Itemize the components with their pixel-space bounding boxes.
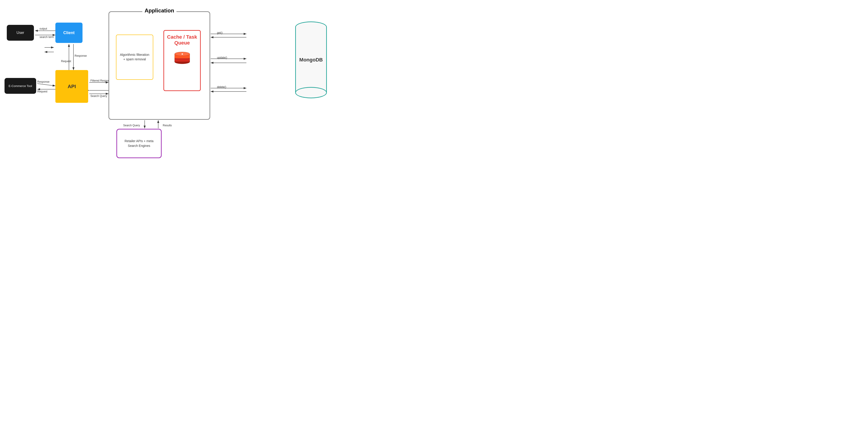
label-output: output <box>39 27 47 30</box>
api-label: API <box>68 84 76 90</box>
cache-label: Cache / Task Queue <box>164 34 200 46</box>
diagram-container: output search term Response Request Resp… <box>0 0 347 178</box>
mongodb-cylinder: MongoDB <box>295 22 327 98</box>
label-get: get() <box>217 31 223 34</box>
label-search-term: search term <box>39 35 54 39</box>
algo-node: Algorithmic filteration + spam removal <box>116 35 153 80</box>
svg-marker-1 <box>0 0 2 1</box>
label-request-ecommerce: Request <box>37 90 48 93</box>
label-search-query-api: Search Query <box>90 94 107 98</box>
mongodb-label: MongoDB <box>299 57 323 63</box>
svg-line-6 <box>37 84 55 86</box>
user-node: User <box>7 25 34 41</box>
ecommerce-label: E-Commerce Tool <box>8 84 32 88</box>
label-update: update() <box>217 56 227 59</box>
client-label: Client <box>63 31 74 35</box>
user-label: User <box>17 31 24 35</box>
retailer-node: Retailer APIs + meta Search Engines <box>116 129 162 158</box>
label-request-client: Request <box>61 60 71 63</box>
label-search-query-bottom: Search Query <box>123 124 140 127</box>
api-node: API <box>55 70 88 103</box>
redis-icon: ★ <box>174 51 190 64</box>
ecommerce-node: E-Commerce Tool <box>4 78 36 94</box>
svg-text:★: ★ <box>181 53 183 56</box>
cache-node: Cache / Task Queue ★ <box>163 30 201 91</box>
cylinder-bottom <box>295 87 327 98</box>
application-node: Application Algorithmic filteration + sp… <box>108 11 210 120</box>
application-title: Application <box>143 7 177 14</box>
label-response-client: Response <box>74 54 87 57</box>
mongodb-container: MongoDB <box>293 18 329 102</box>
label-response-ecommerce: Response <box>37 80 50 84</box>
retailer-label: Retailer APIs + meta Search Engines <box>119 139 159 148</box>
client-node: Client <box>55 23 83 43</box>
label-delete: delete() <box>217 86 226 89</box>
svg-marker-0 <box>0 0 2 1</box>
algo-label: Algorithmic filteration + spam removal <box>119 53 151 61</box>
label-results: Results <box>163 124 172 127</box>
